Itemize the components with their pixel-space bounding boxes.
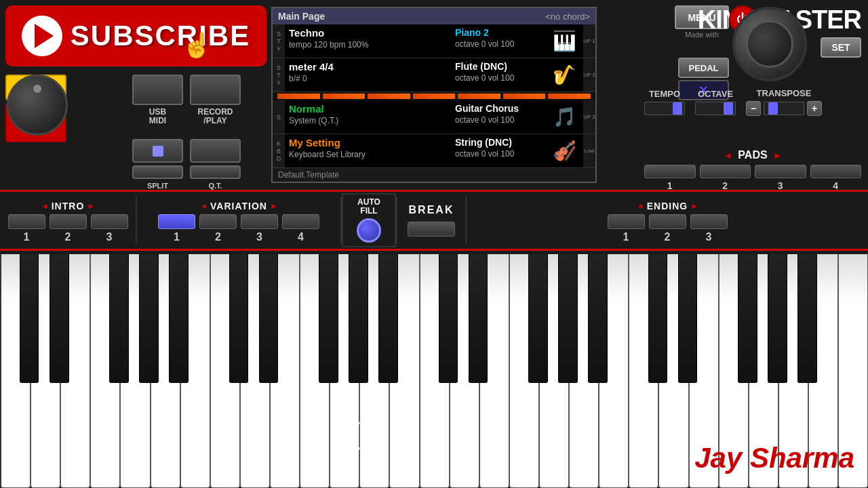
sound-details-1: octave 0 vol 100: [455, 39, 542, 49]
pedal-button[interactable]: PEDAL: [678, 58, 729, 78]
instrument-row-1[interactable]: S T Y Techno tempo 120 bpm 100% Piano 2 …: [273, 24, 595, 58]
subscribe-text: SUBSCRIBE: [71, 20, 250, 52]
transpose-bar[interactable]: [764, 102, 804, 115]
split-mix-control[interactable]: SPLIT/MIX: [132, 139, 183, 198]
white-key-7[interactable]: [210, 254, 240, 488]
white-key-2[interactable]: [60, 254, 90, 488]
ending-btn-1[interactable]: 1: [608, 214, 645, 243]
instrument-row-3[interactable]: S Normal System (Q.T.) Guitar Chorus oct…: [273, 100, 595, 134]
break-section: BREAK: [397, 192, 465, 249]
ending-btn-num-2: 2: [665, 231, 671, 243]
subscribe-banner[interactable]: SUBSCRIBE ☝: [5, 5, 267, 66]
white-key-19[interactable]: [569, 254, 599, 488]
white-key-12[interactable]: [359, 254, 389, 488]
qt-control[interactable]: Q.T.: [190, 139, 241, 198]
white-key-21[interactable]: [629, 254, 658, 488]
main-knob[interactable]: [7, 75, 68, 136]
instrument-row-4[interactable]: K B D My Setting Keyboard Set Library St…: [273, 134, 595, 168]
split-mix-small: [132, 165, 183, 179]
transpose-minus-btn[interactable]: −: [746, 101, 761, 116]
default-template: Default.Template: [273, 168, 595, 182]
instrument-row-2[interactable]: S T Y meter 4/4 b/# 0 Flute (DNC) octave…: [273, 58, 595, 92]
prog-seg-6: [503, 94, 546, 99]
white-key-11[interactable]: [330, 254, 359, 488]
intro-btn-2[interactable]: 2: [50, 214, 87, 243]
white-key-18[interactable]: [539, 254, 569, 488]
white-key-1[interactable]: [31, 254, 60, 488]
white-key-4[interactable]: [120, 254, 150, 488]
white-key-22[interactable]: [658, 254, 688, 488]
pad-box-4: [810, 165, 862, 178]
tempo-slider[interactable]: [673, 102, 682, 115]
white-key-16[interactable]: [479, 254, 509, 488]
white-key-15[interactable]: [450, 254, 479, 488]
white-key-5[interactable]: [151, 254, 180, 488]
auto-fill-button[interactable]: AUTO FILL: [342, 193, 396, 247]
usb-midi-control[interactable]: USBMIDI: [132, 75, 183, 125]
break-btn-box[interactable]: [408, 222, 455, 237]
variation-btn-box-3: [241, 214, 278, 229]
record-play-control[interactable]: RECORD/PLAY: [190, 75, 241, 125]
transpose-slider[interactable]: [768, 102, 778, 115]
octave-bar[interactable]: [695, 102, 736, 115]
ending-btn-2[interactable]: 2: [649, 214, 686, 243]
knob-area: [7, 75, 81, 149]
ending-btn-3[interactable]: 3: [690, 214, 728, 243]
ending-group: ◄ ENDING ► 1 2 3: [467, 192, 868, 249]
intro-btn-3[interactable]: 3: [91, 214, 128, 243]
white-key-14[interactable]: [420, 254, 450, 488]
pad-btn-4[interactable]: 4: [810, 165, 862, 191]
sound-details-3: octave 0 vol 100: [455, 115, 542, 125]
intro-label: INTRO: [52, 201, 85, 211]
intro-btn-num-1: 1: [24, 231, 30, 243]
row-up-4: Low: [583, 134, 595, 167]
variation-btn-3[interactable]: 3: [241, 214, 278, 243]
white-key-0[interactable]: [0, 254, 31, 488]
sound-name-1: Piano 2: [455, 27, 542, 38]
variation-btn-1[interactable]: 1: [158, 214, 195, 243]
white-key-13[interactable]: [389, 254, 419, 488]
white-key-6[interactable]: [180, 254, 210, 488]
progress-bar: [273, 92, 595, 100]
pad-box-1: [644, 165, 696, 178]
intro-arrow-l: ◄: [41, 201, 49, 211]
white-key-3[interactable]: [90, 254, 120, 488]
pad-btn-1[interactable]: 1: [644, 165, 696, 191]
lower-buttons: SPLIT/MIX Q.T.: [132, 139, 241, 198]
slider-indicator: [153, 146, 163, 157]
row-sound-2: Flute (DNC) octave 0 vol 100: [451, 58, 546, 92]
variation-btn-2[interactable]: 2: [199, 214, 237, 243]
octave-control: OCTAVE: [695, 89, 736, 115]
intro-arrow-r: ►: [87, 201, 95, 211]
ending-arrow-l: ◄: [636, 201, 644, 211]
chord-label: <no chord>: [545, 12, 590, 22]
pad-btn-2[interactable]: 2: [700, 165, 751, 191]
qt-label: Q.T.: [208, 182, 222, 190]
white-key-8[interactable]: [240, 254, 270, 488]
row-details-4: Keyboard Set Library: [289, 150, 447, 159]
break-label: BREAK: [409, 204, 454, 216]
white-key-20[interactable]: [599, 254, 629, 488]
large-knob[interactable]: [732, 7, 807, 81]
white-key-17[interactable]: [509, 254, 539, 488]
pads-arrow-left: ◄: [724, 150, 733, 161]
row-icon-2: 🎷: [546, 58, 583, 92]
white-key-10[interactable]: [300, 254, 330, 488]
transpose-plus-btn[interactable]: +: [807, 101, 822, 116]
ending-label: ENDING: [647, 201, 688, 211]
sound-name-3: Guitar Chorus: [455, 103, 542, 114]
intro-btn-box-2: [50, 214, 87, 229]
pad-btn-3[interactable]: 3: [755, 165, 806, 191]
tempo-bar[interactable]: [644, 102, 685, 115]
usb-midi-box: [132, 75, 183, 105]
intro-btn-box-1: [8, 214, 45, 229]
variation-btn-box-1: [158, 214, 195, 229]
white-key-9[interactable]: [270, 254, 300, 488]
set-button[interactable]: SET: [821, 37, 861, 58]
intro-btn-1[interactable]: 1: [8, 214, 45, 243]
panel-title: Main Page: [278, 11, 325, 22]
ending-btn-num-3: 3: [706, 231, 712, 243]
octave-slider[interactable]: [724, 102, 733, 115]
variation-btn-4[interactable]: 4: [282, 214, 319, 243]
tempo-label: TEMPO: [649, 89, 680, 99]
